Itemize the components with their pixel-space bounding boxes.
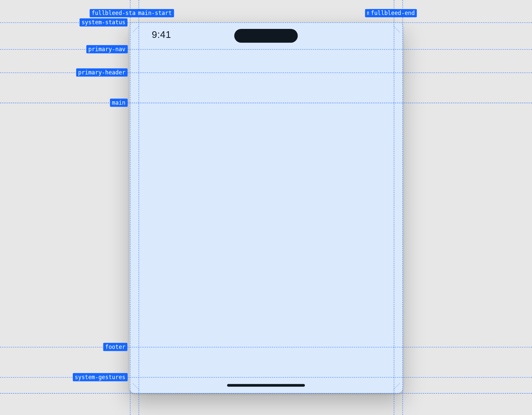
guide-device-bottom[interactable] xyxy=(0,393,532,393)
guide-label-footer[interactable]: footer xyxy=(103,343,128,351)
guide-label-primary-header[interactable]: primary-header xyxy=(76,68,127,77)
dynamic-island-icon xyxy=(234,29,298,43)
guide-label-system-status[interactable]: system-status xyxy=(79,18,128,27)
guide-label-system-gestures[interactable]: system-gestures xyxy=(72,373,127,381)
guide-label-main-start[interactable]: main-start xyxy=(136,9,174,17)
guide-label-fullbleed-end[interactable]: fullbleed-end xyxy=(369,9,417,17)
guide-label-primary-nav[interactable]: primary-nav xyxy=(86,45,128,53)
status-time: 9:41 xyxy=(152,29,171,41)
home-indicator-icon[interactable] xyxy=(227,384,305,387)
guide-label-main[interactable]: main xyxy=(110,99,128,107)
corner-mark xyxy=(393,19,406,33)
device-frame: 9:41 xyxy=(129,23,403,393)
canvas: 9:41 fullbleed-start main-start main-end… xyxy=(0,0,532,415)
